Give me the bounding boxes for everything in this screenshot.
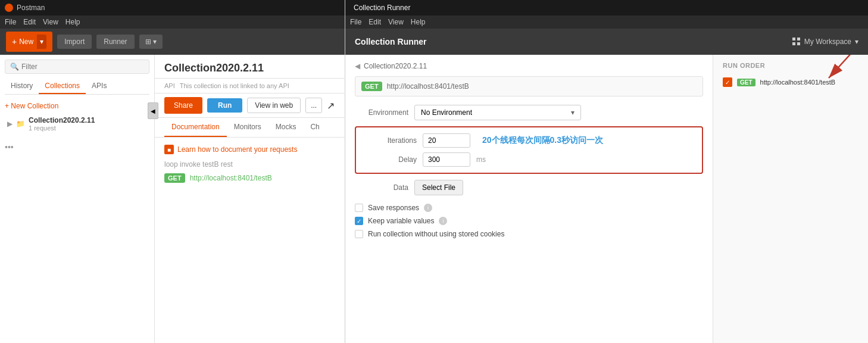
environment-row: Environment No Environment ▾	[355, 105, 703, 120]
content-header: Collection2020.2.11	[155, 55, 345, 79]
save-responses-row: Save responses i	[355, 201, 703, 214]
menu-help[interactable]: Help	[65, 18, 80, 26]
iterations-box: Iterations 20个线程每次间隔0.3秒访问一次 Delay ms	[355, 126, 703, 174]
run-order-item-checkbox[interactable]: ✓	[723, 77, 732, 87]
iterations-input[interactable]	[423, 133, 470, 148]
run-order-list: ✓ GET http://localhost:8401/testB	[723, 75, 858, 89]
sidebar-tabs: History Collections APIs	[5, 79, 149, 95]
body-content: ■ Learn how to document your requests lo…	[155, 138, 345, 343]
cr-menu-file[interactable]: File	[350, 18, 361, 26]
cr-title-bar: Collection Runner	[345, 0, 868, 15]
cr-menu-edit[interactable]: Edit	[369, 18, 381, 26]
cr-request-url: http://localhost:8401/testB	[387, 82, 469, 91]
run-button[interactable]: Run	[207, 98, 242, 113]
collection-sub: 1 request	[29, 124, 95, 132]
tab-monitors[interactable]: Monitors	[227, 118, 268, 137]
cr-right-panel: RUN ORDER ✓ GET http://localhost:8401/te…	[713, 55, 868, 343]
red-arrow-annotation	[811, 55, 868, 87]
delay-unit: ms	[476, 155, 486, 164]
more-button[interactable]: ...	[305, 98, 322, 113]
search-icon: 🔍	[10, 63, 19, 71]
run-order-method-badge: GET	[737, 79, 755, 86]
tab-history[interactable]: History	[5, 79, 39, 94]
content-tabs: Documentation Monitors Mocks Ch	[155, 118, 345, 138]
cr-body: ◀ Collection2020.2.11 GET http://localho…	[345, 55, 868, 343]
expand-icon[interactable]: ▶	[7, 120, 13, 128]
svg-line-1	[829, 55, 858, 78]
menu-file[interactable]: File	[5, 18, 16, 26]
tab-collections[interactable]: Collections	[39, 79, 86, 94]
get-row: GET http://localhost:8401/testB	[164, 173, 336, 183]
view-web-button[interactable]: View in web	[247, 98, 301, 113]
cr-header-title: Collection Runner	[355, 37, 427, 46]
env-chevron-icon: ▾	[571, 108, 574, 117]
iterations-label: Iterations	[363, 136, 417, 145]
tab-documentation[interactable]: Documentation	[164, 118, 227, 137]
environment-label: Environment	[355, 108, 408, 117]
tab-apis[interactable]: APIs	[86, 79, 113, 94]
postman-toolbar: + New ▾ Import Runner ⊞ ▾	[0, 29, 345, 55]
cr-menu-help[interactable]: Help	[411, 18, 426, 26]
run-order-section: RUN ORDER ✓ GET http://localhost:8401/te…	[723, 62, 858, 89]
delay-input[interactable]	[423, 152, 470, 167]
postman-title-bar: Postman	[0, 0, 345, 15]
no-cookies-label: Run collection without using stored cook…	[368, 230, 504, 238]
api-row: API This collection is not linked to any…	[155, 79, 345, 93]
api-note: This collection is not linked to any API	[180, 82, 336, 89]
delay-row: Delay ms	[363, 152, 695, 167]
sync-button[interactable]: ⊞ ▾	[139, 35, 163, 49]
cr-left-panel: ◀ Collection2020.2.11 GET http://localho…	[345, 55, 713, 343]
new-dropdown-arrow[interactable]: ▾	[37, 35, 46, 49]
tab-mocks[interactable]: Mocks	[268, 118, 304, 137]
collapse-panel-button[interactable]: ◀	[148, 102, 158, 119]
keep-variable-checkbox[interactable]: ✓	[355, 217, 363, 225]
api-label: API	[164, 82, 175, 89]
postman-menu-bar: File Edit View Help	[0, 15, 345, 29]
no-cookies-checkbox[interactable]	[355, 230, 363, 238]
search-bar: 🔍	[5, 60, 149, 74]
tab-ch[interactable]: Ch	[303, 118, 326, 137]
runner-button[interactable]: Runner	[96, 35, 134, 49]
collection-name: Collection2020.2.11	[29, 116, 95, 124]
dots-menu[interactable]: •••	[0, 140, 154, 154]
environment-select[interactable]: No Environment ▾	[414, 105, 581, 120]
select-file-button[interactable]: Select File	[414, 180, 463, 195]
keep-variable-row: ✓ Keep variable values i	[355, 214, 703, 227]
section-title: loop invoke testB rest	[164, 160, 336, 169]
get-method-badge: GET	[164, 173, 185, 183]
cr-menu-bar: File Edit View Help	[345, 15, 868, 29]
sidebar-panel: 🔍 History Collections APIs + New Collect…	[0, 55, 155, 343]
share-button[interactable]: Share	[164, 97, 202, 114]
delay-label: Delay	[363, 155, 417, 164]
content-title: Collection2020.2.11	[164, 62, 336, 74]
cursor-indicator: ↗	[327, 100, 335, 111]
iterations-row: Iterations 20个线程每次间隔0.3秒访问一次	[363, 133, 695, 148]
cr-request-preview: GET http://localhost:8401/testB	[355, 76, 703, 96]
import-button[interactable]: Import	[57, 35, 92, 49]
data-row: Data Select File	[355, 180, 703, 195]
new-collection-button[interactable]: + New Collection	[5, 99, 149, 113]
folder-icon: 📁	[16, 120, 25, 128]
cr-menu-view[interactable]: View	[388, 18, 404, 26]
breadcrumb: ◀ Collection2020.2.11	[355, 62, 703, 70]
cr-header: Collection Runner My Workspace ▾	[345, 29, 868, 55]
main-panel: ◀ Collection2020.2.11 API This collectio…	[155, 55, 345, 343]
learn-banner[interactable]: ■ Learn how to document your requests	[164, 145, 336, 154]
save-responses-info-icon[interactable]: i	[424, 204, 432, 212]
save-responses-checkbox[interactable]	[355, 204, 363, 212]
learn-icon: ■	[164, 145, 174, 154]
menu-view[interactable]: View	[43, 18, 58, 26]
search-input[interactable]	[21, 63, 129, 71]
save-responses-label: Save responses	[368, 204, 419, 212]
annotation-text: 20个线程每次间隔0.3秒访问一次	[482, 135, 603, 146]
new-button[interactable]: + New ▾	[6, 32, 52, 52]
keep-variable-info-icon[interactable]: i	[439, 217, 447, 225]
get-url: http://localhost:8401/testB	[190, 174, 272, 182]
no-cookies-row: Run collection without using stored cook…	[355, 227, 703, 241]
menu-edit[interactable]: Edit	[23, 18, 36, 26]
cr-get-badge: GET	[361, 82, 382, 91]
postman-app-icon	[5, 4, 13, 12]
breadcrumb-arrow: ◀	[355, 62, 360, 70]
workspace-switcher[interactable]: My Workspace ▾	[792, 38, 858, 46]
collection-item[interactable]: ▶ 📁 Collection2020.2.11 1 request	[5, 113, 149, 135]
